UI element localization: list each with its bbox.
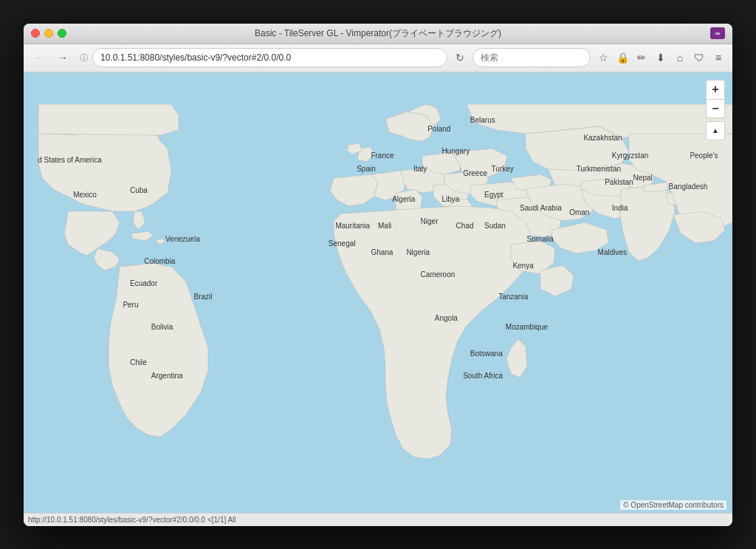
north-up-button[interactable]: ▲ xyxy=(706,121,725,140)
titlebar-right: ∞ xyxy=(710,27,725,39)
statusbar: http://10.0.1.51:8080/styles/basic-v9/?v… xyxy=(24,513,732,526)
browser-window: Basic - TileServer GL - Vimperator(プライベー… xyxy=(24,24,732,526)
close-button[interactable] xyxy=(31,29,40,38)
minimize-button[interactable] xyxy=(44,29,53,38)
shield-icon[interactable]: 🛡 xyxy=(691,50,707,66)
home-icon[interactable]: ⌂ xyxy=(672,50,688,66)
reload-button[interactable]: ↻ xyxy=(452,50,468,66)
url-bar[interactable] xyxy=(92,48,447,67)
status-url: http://10.0.1.51:8080/styles/basic-v9/?v… xyxy=(28,516,236,524)
traffic-lights xyxy=(31,29,66,38)
menu-icon[interactable]: ≡ xyxy=(710,50,726,66)
lock-icon[interactable]: 🔒 xyxy=(614,50,630,66)
maximize-button[interactable] xyxy=(58,29,66,38)
zoom-in-button[interactable]: + xyxy=(706,80,725,99)
search-input[interactable] xyxy=(472,48,591,67)
window-title: Basic - TileServer GL - Vimperator(プライベー… xyxy=(255,27,501,40)
download-icon[interactable]: ⬇ xyxy=(653,50,669,66)
forward-button[interactable]: → xyxy=(53,48,72,67)
bookmark-icon[interactable]: ☆ xyxy=(595,50,611,66)
pen-icon[interactable]: ✏ xyxy=(633,50,650,66)
world-map-svg xyxy=(24,72,732,513)
map-container[interactable]: PolandBelarusFranceHungaryItalySpainGree… xyxy=(24,72,732,513)
toolbar: ← → ⓘ ↻ ☆ 🔒 ✏ ⬇ ⌂ 🛡 ≡ xyxy=(24,44,732,72)
security-icon: ⓘ xyxy=(80,52,88,64)
zoom-out-button[interactable]: − xyxy=(706,99,725,118)
map-controls: + − ▲ xyxy=(706,80,725,140)
titlebar: Basic - TileServer GL - Vimperator(プライベー… xyxy=(24,24,732,44)
vimperator-icon: ∞ xyxy=(710,27,725,39)
map-attribution: © OpenStreetMap contributors xyxy=(620,500,726,510)
toolbar-icons: ☆ 🔒 ✏ ⬇ ⌂ 🛡 ≡ xyxy=(595,50,726,66)
back-button[interactable]: ← xyxy=(30,48,49,67)
